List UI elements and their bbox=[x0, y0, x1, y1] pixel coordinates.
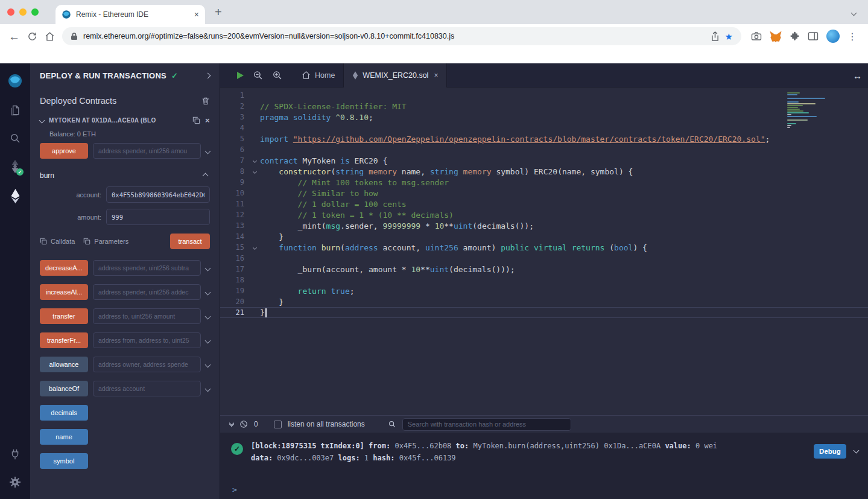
fn-transfer-input[interactable] bbox=[93, 308, 201, 324]
expand-horizontal-icon[interactable]: ↔ bbox=[853, 63, 862, 87]
line-number[interactable]: 15 bbox=[220, 243, 249, 252]
zoom-in-icon[interactable] bbox=[272, 70, 282, 80]
fn-decreasea-button[interactable]: decreaseA... bbox=[40, 260, 88, 276]
editor-minimap[interactable] bbox=[787, 91, 858, 129]
parameters-label[interactable]: Parameters bbox=[94, 238, 128, 245]
line-number[interactable]: 13 bbox=[220, 221, 249, 230]
code-line-3[interactable]: 3pragma solidity ^0.8.10; bbox=[220, 112, 868, 122]
line-number[interactable]: 4 bbox=[220, 124, 249, 132]
expand-chevron-icon[interactable] bbox=[205, 361, 211, 367]
fold-chevron-icon[interactable] bbox=[249, 246, 260, 249]
code-line-10[interactable]: 10 // Similar to how bbox=[220, 188, 868, 199]
code-line-21[interactable]: 21} bbox=[220, 307, 868, 318]
zoom-out-icon[interactable] bbox=[253, 70, 263, 80]
log-expand-chevron-icon[interactable] bbox=[854, 448, 860, 454]
fn-transfer-button[interactable]: transfer bbox=[40, 308, 88, 324]
terminal-search-input[interactable] bbox=[402, 418, 571, 431]
share-icon[interactable] bbox=[711, 31, 720, 42]
fn-transferfr-button[interactable]: transferFr... bbox=[40, 332, 88, 348]
line-number[interactable]: 17 bbox=[220, 265, 249, 273]
address-bar[interactable]: remix.ethereum.org/#optimize=false&runs=… bbox=[62, 27, 741, 45]
fn-transferfr-input[interactable] bbox=[93, 332, 201, 348]
listen-all-transactions-checkbox[interactable] bbox=[274, 421, 282, 428]
fn-balanceof-button[interactable]: balanceOf bbox=[40, 381, 88, 396]
terminal-search-icon[interactable] bbox=[388, 420, 396, 428]
minimize-window-button[interactable] bbox=[19, 8, 27, 16]
code-line-18[interactable]: 18 bbox=[220, 275, 868, 285]
browser-tab[interactable]: Remix - Ethereum IDE × bbox=[55, 5, 205, 24]
contract-expand-chevron-icon[interactable] bbox=[39, 118, 45, 124]
run-script-play-button[interactable] bbox=[237, 72, 244, 79]
line-number[interactable]: 2 bbox=[220, 102, 249, 110]
code-line-14[interactable]: 14 } bbox=[220, 231, 868, 242]
transaction-log-row[interactable]: ✓ [block:18975315 txIndex:0] from: 0x4F5… bbox=[231, 440, 858, 465]
fn-name-button[interactable]: name bbox=[40, 429, 88, 445]
expand-chevron-icon[interactable] bbox=[205, 148, 211, 154]
line-number[interactable]: 16 bbox=[220, 254, 249, 262]
line-number[interactable]: 20 bbox=[220, 297, 249, 306]
bookmark-star-icon[interactable]: ★ bbox=[725, 32, 733, 41]
tab-close-icon[interactable]: × bbox=[194, 10, 199, 19]
copy-address-icon[interactable] bbox=[192, 116, 200, 124]
remix-logo[interactable] bbox=[7, 73, 23, 89]
expand-chevron-icon[interactable] bbox=[205, 289, 211, 295]
fn-increaseal-button[interactable]: increaseAl... bbox=[40, 284, 88, 300]
tab-home[interactable]: Home bbox=[293, 63, 343, 87]
line-number[interactable]: 19 bbox=[220, 287, 249, 295]
line-number[interactable]: 8 bbox=[220, 167, 249, 176]
plugin-manager-icon[interactable] bbox=[9, 448, 21, 460]
line-number[interactable]: 10 bbox=[220, 189, 249, 197]
line-number[interactable]: 3 bbox=[220, 113, 249, 121]
profile-avatar[interactable] bbox=[826, 30, 840, 43]
contract-instance-header[interactable]: MYTOKEN AT 0X1DA...ACE0A (BLO × bbox=[30, 107, 220, 126]
file-explorer-icon[interactable] bbox=[9, 104, 21, 116]
code-line-15[interactable]: 15 function burn(address account, uint25… bbox=[220, 242, 868, 253]
clear-contracts-trash-icon[interactable] bbox=[201, 97, 210, 106]
code-line-19[interactable]: 19 return true; bbox=[220, 285, 868, 296]
line-number[interactable]: 21 bbox=[220, 308, 249, 317]
tab-close-icon[interactable]: × bbox=[434, 72, 438, 79]
line-number[interactable]: 18 bbox=[220, 276, 249, 284]
tab-wemix-erc20[interactable]: WEMIX_ERC20.sol × bbox=[343, 63, 447, 87]
code-line-16[interactable]: 16 bbox=[220, 253, 868, 264]
code-line-2[interactable]: 2// SPDX-License-Identifier: MIT bbox=[220, 101, 868, 112]
line-number[interactable]: 1 bbox=[220, 91, 249, 100]
burn-amount-input[interactable] bbox=[106, 209, 210, 225]
solidity-compiler-icon[interactable]: ✓ bbox=[10, 160, 21, 173]
expand-chevron-icon[interactable] bbox=[205, 265, 211, 271]
line-number[interactable]: 7 bbox=[220, 156, 249, 165]
fn-allowance-input[interactable] bbox=[93, 357, 201, 372]
line-number[interactable]: 14 bbox=[220, 232, 249, 241]
terminal-collapse-icon[interactable] bbox=[230, 421, 233, 426]
terminal-prompt[interactable]: > bbox=[231, 484, 858, 495]
calldata-copy-icon[interactable] bbox=[40, 238, 47, 245]
fn-decreasea-input[interactable] bbox=[93, 260, 201, 276]
settings-gear-icon[interactable] bbox=[9, 476, 21, 488]
fn-decimals-button[interactable]: decimals bbox=[40, 405, 88, 421]
parameters-copy-icon[interactable] bbox=[83, 238, 90, 245]
reload-button[interactable] bbox=[27, 31, 37, 42]
code-line-12[interactable]: 12 // 1 token = 1 * (10 ** decimals) bbox=[220, 209, 868, 220]
code-line-1[interactable]: 1 bbox=[220, 90, 868, 101]
collapse-chevron-icon[interactable] bbox=[203, 173, 209, 179]
code-line-11[interactable]: 11 // 1 dollar = 100 cents bbox=[220, 199, 868, 209]
transact-button[interactable]: transact bbox=[170, 234, 210, 249]
fn-allowance-button[interactable]: allowance bbox=[40, 357, 88, 372]
code-line-4[interactable]: 4 bbox=[220, 122, 868, 133]
code-line-6[interactable]: 6 bbox=[220, 144, 868, 155]
code-line-7[interactable]: 7contract MyToken is ERC20 { bbox=[220, 155, 868, 166]
expand-chevron-icon[interactable] bbox=[205, 313, 211, 319]
line-number[interactable]: 11 bbox=[220, 200, 249, 208]
code-line-5[interactable]: 5import "https://github.com/OpenZeppelin… bbox=[220, 133, 868, 144]
line-number[interactable]: 6 bbox=[220, 145, 249, 154]
code-line-9[interactable]: 9 // Mint 100 tokens to msg.sender bbox=[220, 177, 868, 188]
clear-console-icon[interactable] bbox=[239, 420, 248, 428]
code-line-20[interactable]: 20 } bbox=[220, 296, 868, 307]
deploy-run-icon[interactable] bbox=[10, 189, 21, 203]
screenshot-camera-icon[interactable] bbox=[751, 31, 762, 41]
metamask-icon[interactable] bbox=[770, 31, 782, 42]
close-window-button[interactable] bbox=[7, 8, 14, 16]
line-number[interactable]: 12 bbox=[220, 211, 249, 219]
fold-chevron-icon[interactable] bbox=[249, 159, 260, 162]
expand-chevron-icon[interactable] bbox=[205, 337, 211, 343]
